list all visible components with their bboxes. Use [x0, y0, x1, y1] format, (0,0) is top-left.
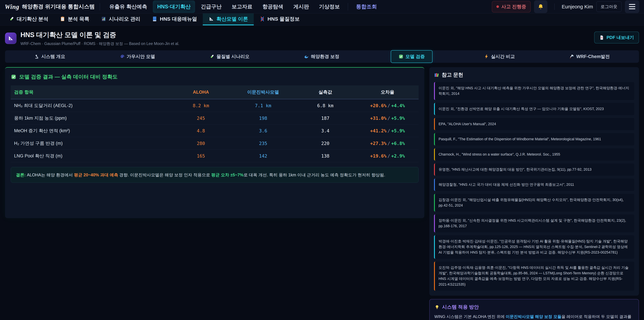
notifications-button[interactable]: [534, 0, 548, 13]
conclusion-segment: ALOHA는 해양 환경에서: [26, 172, 74, 177]
column-header: 오차율: [356, 85, 418, 99]
column-header: 이문진박사모델: [232, 85, 294, 99]
tab-3[interactable]: 시나리오 관리: [95, 14, 146, 25]
section-subtabs: 시스템 개요가우시안 모델물질별 시나리오해양환경 보정모델 검증실시간 비교W…: [5, 50, 639, 63]
measured-value: 3.4: [294, 125, 356, 137]
error-rate: +41.2%/+5.9%: [356, 125, 418, 137]
row-item-label: H₂ 가연성 구름 반경 (m): [11, 137, 170, 150]
conclusion-segment: 평균 20~40% 과대 예측: [74, 172, 118, 177]
hamburger-menu-button[interactable]: [625, 0, 639, 13]
separator: /: [386, 153, 391, 159]
reference-item-8[interactable]: 김창겸·이문진 외, "해양산업시설 배출 위험유해물질(HNS)의 해양확산 …: [434, 194, 634, 212]
subtab-label: 가우시안 모델: [126, 54, 155, 60]
aloha-value: 8.2 km: [170, 99, 232, 112]
aloha-error: +27.3%: [370, 141, 386, 146]
application-segment: WING 시스템은 기본 ALOHA 엔진 위에: [434, 314, 506, 319]
subtab-label: 물질별 시나리오: [216, 54, 250, 60]
check-icon: [398, 54, 404, 59]
tab-label: HNS 대응매뉴얼: [160, 16, 197, 23]
references-title: 참고 문헌: [434, 72, 634, 78]
reference-item-7[interactable]: 해양경찰청, "HNS 사고 국가 대비 대응 체제 선진화 방안 연구용역 최…: [434, 179, 634, 191]
subtab-label: 해양환경 보정: [311, 54, 340, 60]
main-menu: 유출유 확산예측HNS·대기확산긴급구난보고자료항공탐색게시판기상정보통합조회: [105, 1, 492, 13]
bell-icon: [538, 4, 544, 10]
incident-status-badge[interactable]: 사고 진행중: [492, 1, 531, 13]
dna-icon: [260, 16, 265, 22]
test-tube-icon: [210, 54, 214, 59]
nav-item-2[interactable]: HNS·대기확산: [153, 1, 195, 13]
nav-item-4[interactable]: 보고자료: [227, 1, 257, 13]
tab-6[interactable]: HNS 물질정보: [254, 14, 306, 25]
tab-4[interactable]: HNS 대응매뉴얼: [146, 14, 203, 25]
aloha-value: 280: [170, 137, 232, 150]
conclusion-segment: 평균 오차 ±5~7%: [211, 172, 244, 177]
reference-item-11[interactable]: 오진덕·김주영·이득재·김용명·최훈·이문진, "다항목 HNS 데이터의 실시…: [434, 262, 634, 291]
separator: /: [386, 116, 391, 121]
top-navigation: Wing 해양환경 위기대응 통합시스템 유출유 확산예측HNS·대기확산긴급구…: [0, 0, 644, 14]
tab-1[interactable]: 대기확산 분석: [3, 14, 54, 25]
nav-item-3[interactable]: 긴급구난: [196, 1, 226, 13]
nav-item-1[interactable]: 유출유 확산예측: [105, 1, 152, 13]
module-tabbar: 대기확산 분석분석 목록시나리오 관리HNS 대응매뉴얼확산모델 이론HNS 물…: [0, 14, 644, 26]
subtab-5[interactable]: 모델 검증: [391, 50, 433, 63]
validation-table: 검증 항목ALOHA이문진박사모델실측값오차율 NH₃ 최대 도달거리 (AEG…: [11, 85, 418, 162]
lightbulb-icon: [434, 304, 440, 310]
brand[interactable]: Wing 해양환경 위기대응 통합시스템: [5, 3, 95, 11]
reference-item-5[interactable]: Charnock, H., "Wind stress on a water su…: [434, 148, 634, 161]
leemoonjin-model-value: 235: [232, 137, 294, 150]
nav-item-5[interactable]: 항공탐색: [258, 1, 288, 13]
reference-item-10[interactable]: 박경애·이진호·박재진·김태성·이문진, "인공위성 원격탐사 기반 AI 활용…: [434, 235, 634, 259]
tab-2[interactable]: 분석 목록: [54, 14, 95, 25]
references-list: 이문진 외, "해양 HNS 사고 시 대기확산 예측을 위한 가우시안 모델의…: [434, 82, 634, 291]
topnav-right: 사고 진행중 Eunjeong Kim 로그아웃: [492, 0, 639, 13]
measured-value: 187: [294, 112, 356, 125]
references-card: 참고 문헌 이문진 외, "해양 HNS 사고 시 대기확산 예측을 위한 가우…: [429, 67, 639, 296]
system-application-card: 시스템 적용 방안 WING 시스템은 기본 ALOHA 엔진 위에 이문진박사…: [429, 299, 639, 320]
row-item-label: LNG Pool 확산 직경 (m): [11, 150, 170, 162]
divider: [348, 3, 348, 11]
aloha-value: 165: [170, 150, 232, 162]
subtab-4[interactable]: 해양환경 보정: [301, 53, 342, 61]
reference-item-3[interactable]: EPA, "ALOHA User's Manual", 2024: [434, 118, 634, 130]
subtab-2[interactable]: 가우시안 모델: [116, 53, 158, 61]
nav-item-6[interactable]: 게시판: [289, 1, 313, 13]
aloha-error: +31.0%: [370, 116, 386, 121]
triangle-ruler-icon: [5, 33, 16, 44]
leemoonjin-model-value: 7.1 km: [232, 99, 294, 112]
validation-card-title: 모델 검증 결과 — 실측 데이터 대비 정확도: [11, 73, 418, 80]
conclusion-segment: 로 대폭 개선. 특히 풍하 1km 이내 근거리 농도 예측 정확도가 현저히…: [244, 172, 385, 177]
tab-label: HNS 물질정보: [268, 16, 300, 23]
table-row: NH₃ 최대 도달거리 (AEGL-2)8.2 km7.1 km6.8 km+2…: [11, 99, 418, 112]
user-name: Eunjeong Kim: [562, 4, 593, 10]
reference-item-4[interactable]: Pasquill, F., "The Estimation of the Dis…: [434, 133, 634, 145]
subtab-7[interactable]: WRF-Chem발전: [566, 53, 613, 61]
check-icon: [11, 74, 16, 80]
leemoonjin-error: +6.8%: [391, 141, 405, 146]
subtab-1[interactable]: 시스템 개요: [31, 53, 68, 61]
pdf-export-button[interactable]: PDF 내보내기: [594, 32, 639, 44]
page-subtitle: WRF-Chem · Gaussian Plume/Puff · ROMS · …: [20, 41, 179, 46]
reference-item-2[interactable]: 이문진 외, "친환경 선박연료 해양 유출 시 대기확산 특성 연구 — 암모…: [434, 103, 634, 115]
subtab-label: 시스템 개요: [41, 54, 65, 60]
reference-item-1[interactable]: 이문진 외, "해양 HNS 사고 시 대기확산 예측을 위한 가우시안 모델의…: [434, 82, 634, 100]
nav-item-7[interactable]: 기상정보: [314, 1, 344, 13]
subtab-6[interactable]: 실시간 비교: [481, 53, 518, 61]
leemoonjin-model-value: 198: [232, 112, 294, 125]
aloha-error: +19.6%: [370, 153, 386, 159]
row-item-label: NH₃ 최대 도달거리 (AEGL-2): [11, 99, 170, 112]
reference-item-6[interactable]: 유영헌, "HNS 재난사고에 대한 해양경찰의 대응 방안", 한국위기관리논…: [434, 163, 634, 176]
nav-item-8[interactable]: 통합조회: [352, 1, 381, 13]
wing-logo: Wing: [5, 3, 19, 11]
separator: /: [386, 128, 391, 133]
lightning-icon: [484, 54, 489, 59]
app-root: Wing 해양환경 위기대응 통합시스템 유출유 확산예측HNS·대기확산긴급구…: [0, 0, 644, 320]
measured-value: 220: [294, 137, 356, 150]
aloha-value: 4.8: [170, 125, 232, 137]
status-badge-label: 사고 진행중: [501, 4, 526, 10]
reference-item-9[interactable]: 장하용·이문진 외, "신속한 의사결정을 위한 HNS 사고이력관리시스템 설…: [434, 214, 634, 232]
microscope-icon: [34, 54, 39, 59]
logout-button[interactable]: 로그아웃: [596, 1, 622, 12]
system-application-text: WING 시스템은 기본 ALOHA 엔진 위에 이문진박사모델 해양 보정 모…: [434, 313, 634, 320]
subtab-3[interactable]: 물질별 시나리오: [206, 53, 252, 61]
tab-5[interactable]: 확산모델 이론: [203, 14, 254, 25]
